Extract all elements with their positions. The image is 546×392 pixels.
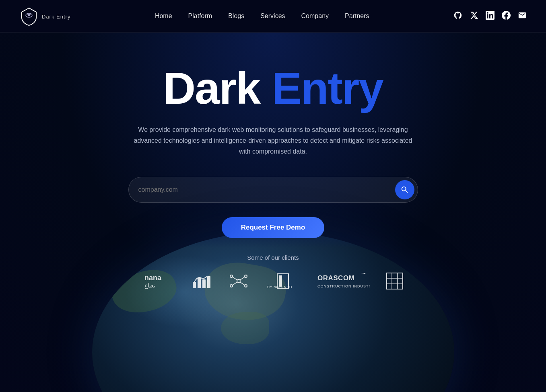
- email-icon[interactable]: [518, 11, 527, 21]
- twitter-x-icon[interactable]: [470, 11, 478, 21]
- svg-point-9: [230, 275, 233, 277]
- hero-title-blue: Entry: [272, 63, 383, 113]
- svg-point-10: [245, 275, 247, 277]
- nav-home[interactable]: Home: [155, 12, 172, 19]
- github-icon[interactable]: [453, 11, 462, 21]
- nav-services[interactable]: Services: [260, 12, 285, 19]
- svg-line-16: [240, 282, 245, 285]
- svg-text:Emirates NBD: Emirates NBD: [267, 285, 292, 289]
- client-mobi: [191, 272, 212, 290]
- request-demo-button[interactable]: Request Free Demo: [222, 217, 325, 238]
- svg-rect-22: [387, 273, 403, 289]
- nav-partners[interactable]: Partners: [345, 12, 369, 19]
- client-network: [228, 272, 249, 290]
- clients-label: Some of our clients: [247, 254, 299, 261]
- svg-line-15: [233, 282, 237, 285]
- svg-rect-6: [202, 279, 206, 288]
- svg-point-12: [245, 285, 247, 287]
- svg-line-14: [240, 277, 245, 280]
- hero-content: Dark Entry We provide comprehensive dark…: [128, 65, 418, 290]
- nav-company[interactable]: Company: [301, 12, 329, 19]
- svg-point-8: [237, 279, 240, 283]
- svg-line-13: [233, 277, 237, 280]
- svg-rect-4: [193, 282, 196, 288]
- hero-title: Dark Entry: [163, 65, 383, 112]
- navbar: Dark Entry Home Platform Blogs Services …: [0, 0, 546, 32]
- search-icon: [400, 185, 409, 194]
- nav-links: Home Platform Blogs Services Company Par…: [155, 12, 369, 20]
- svg-rect-7: [207, 276, 210, 288]
- search-button[interactable]: [395, 180, 414, 199]
- client-globe: [386, 272, 404, 290]
- svg-rect-5: [198, 278, 201, 288]
- hero-section: Dark Entry We provide comprehensive dark…: [0, 33, 546, 392]
- facebook-icon[interactable]: [502, 11, 511, 21]
- logo[interactable]: Dark Entry: [19, 6, 70, 26]
- client-emirates-nbd: Emirates NBD: [265, 272, 301, 290]
- svg-point-11: [230, 285, 233, 287]
- client-orascom: ORASCOM CONSTRUCTION INDUSTRIES: [317, 272, 370, 290]
- hero-title-dark: Dark: [163, 63, 260, 113]
- linkedin-icon[interactable]: [486, 11, 494, 21]
- client-nana: nana نعناع: [143, 272, 175, 290]
- clients-logos: nana نعناع: [143, 272, 404, 290]
- social-links: [453, 11, 527, 21]
- search-input[interactable]: [138, 186, 395, 193]
- svg-text:ORASCOM: ORASCOM: [317, 274, 354, 282]
- nav-platform[interactable]: Platform: [188, 12, 212, 19]
- svg-point-1: [28, 14, 30, 16]
- svg-text:nana: nana: [144, 274, 162, 282]
- svg-text:نعناع: نعناع: [144, 282, 155, 289]
- hero-subtitle: We provide comprehensive dark web monito…: [128, 124, 418, 157]
- svg-text:CONSTRUCTION INDUSTRIES: CONSTRUCTION INDUSTRIES: [317, 284, 370, 288]
- logo-text: Dark Entry: [42, 14, 70, 20]
- logo-icon: [19, 6, 39, 26]
- nav-blogs[interactable]: Blogs: [228, 12, 244, 19]
- search-bar: [128, 177, 418, 203]
